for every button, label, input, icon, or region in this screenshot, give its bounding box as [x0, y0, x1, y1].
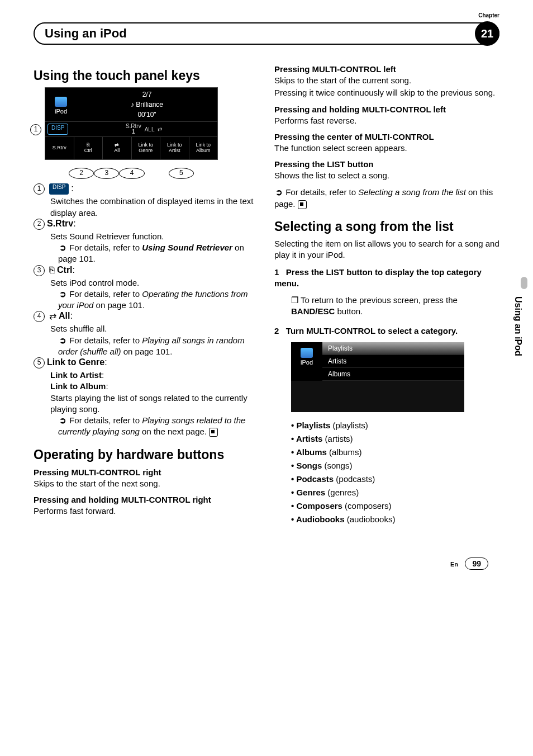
- arrow-icon: ➲: [274, 187, 283, 198]
- list-item-artists: Artists: [322, 355, 464, 368]
- list-item-albums: Albums: [322, 368, 464, 381]
- ipod-icon: [55, 97, 67, 107]
- cat-podcasts: Podcasts: [296, 474, 334, 484]
- ref-5: 5: [34, 357, 45, 368]
- heading-touch-panel: Using the touch panel keys: [34, 69, 259, 83]
- item2-text: Sets Sound Retriever function.: [34, 231, 259, 242]
- callout-2: 2: [69, 168, 94, 179]
- chapter-title: Using an iPod: [45, 26, 127, 41]
- btn-srtrv: S.Rtrv: [45, 137, 74, 159]
- hw-h2: Pressing and holding MULTI-CONTROL right: [34, 495, 259, 504]
- footer: En 99: [34, 557, 499, 570]
- note-icon: ♪: [131, 101, 136, 108]
- item3-text: Sets iPod control mode.: [34, 277, 259, 289]
- step1: 1 Press the LIST button to display the t…: [274, 267, 499, 290]
- ipod-icon: [301, 348, 313, 358]
- cat-albums: Albums: [296, 447, 327, 457]
- cat-audiobooks: Audiobooks: [296, 514, 345, 524]
- ipod-label-2: iPod: [301, 359, 313, 366]
- chapter-label: Chapter: [478, 12, 499, 18]
- btn-link-album: Link toAlbum: [189, 137, 218, 159]
- screenshot-touch-panel: 1 iPod 2/7 ♪ Brilliance 00'10" DISP S.Rt…: [45, 87, 218, 179]
- hw-h3: Pressing MULTI-CONTROL left: [274, 64, 499, 74]
- ref-2: 2: [34, 219, 45, 230]
- track-time: 00'10": [77, 110, 217, 120]
- heading-hardware: Operating by hardware buttons: [34, 448, 259, 462]
- side-tab: Using an iPod: [513, 296, 523, 356]
- ref-1: 1: [34, 183, 45, 195]
- note-icon: ❐: [291, 295, 301, 305]
- list-item-playlists: Playlists: [322, 342, 464, 355]
- hw-t3b: Pressing it twice continuously will skip…: [274, 87, 499, 98]
- end-icon: [209, 428, 218, 437]
- disp-button: DISP: [47, 124, 68, 135]
- ctrl-glyph-icon: ⎘: [49, 265, 55, 276]
- item5-h1: Link to Genre: [47, 357, 104, 367]
- left-column: Using the touch panel keys 1 iPod 2/7 ♪ …: [34, 59, 259, 530]
- shuffle-icon: ⇄: [158, 126, 162, 133]
- arrow-icon: ➲: [58, 415, 67, 426]
- cat-playlists: Playlists: [296, 420, 330, 430]
- hw-t1: Skips to the start of the next song.: [34, 478, 259, 489]
- hw-t3a: Skips to the start of the current song.: [274, 75, 499, 86]
- hw-t4: Performs fast reverse.: [274, 115, 499, 126]
- btn-ctrl: ⎘Ctrl: [74, 137, 103, 159]
- item5-text: Starts playing the list of songs related…: [34, 393, 259, 415]
- item4-head: All: [59, 311, 70, 320]
- hw-h5: Pressing the center of MULTI-CONTROL: [274, 132, 499, 141]
- callout-3: 3: [94, 168, 119, 179]
- arrow-icon: ➲: [58, 242, 67, 253]
- screenshot-list: iPod Playlists Artists Albums: [291, 342, 464, 412]
- hw-t6-link: Selecting a song from the list: [358, 187, 466, 197]
- hw-h4: Pressing and holding MULTI-CONTROL left: [274, 105, 499, 114]
- cat-genres: Genres: [296, 488, 325, 497]
- footer-lang: En: [450, 561, 458, 568]
- hw-h6: Pressing the LIST button: [274, 159, 499, 169]
- disp-badge: DISP: [49, 183, 69, 195]
- category-list: Playlists (playlists) Artists (artists) …: [274, 419, 499, 526]
- shuffle-glyph-icon: ⇄: [49, 311, 56, 322]
- item2-head: S.Rtrv: [47, 219, 73, 228]
- step2: 2 Turn MULTI-CONTROL to select a categor…: [274, 325, 499, 337]
- item5-h3: Link to Album: [50, 381, 106, 391]
- item1-text: Switches the combination of displayed it…: [34, 196, 259, 219]
- ref-4: 4: [34, 311, 45, 322]
- hw-t6: Shows the list to select a song.: [274, 170, 499, 181]
- btn-link-genre: Link toGenre: [131, 137, 160, 159]
- btn-link-artist: Link toArtist: [160, 137, 189, 159]
- footer-page: 99: [465, 557, 488, 570]
- all-small: ALL: [145, 126, 155, 133]
- arrow-icon: ➲: [58, 289, 67, 300]
- item5-h2: Link to Artist: [50, 370, 102, 380]
- heading-select: Selecting a song from the list: [274, 220, 499, 234]
- item3-head: Ctrl: [57, 265, 73, 275]
- item4-text: Sets shuffle all.: [34, 323, 259, 334]
- ipod-label: iPod: [55, 108, 67, 115]
- select-intro: Selecting the item on list allows you to…: [274, 238, 499, 261]
- right-column: Pressing MULTI-CONTROL left Skips to the…: [274, 59, 499, 530]
- track-counter: 2/7: [77, 89, 217, 100]
- callout-4: 4: [119, 168, 144, 179]
- hw-h1: Pressing MULTI-CONTROL right: [34, 467, 259, 477]
- item2-link: Using Sound Retriever: [142, 243, 232, 252]
- callout-1: 1: [30, 124, 41, 135]
- hw-t2: Performs fast forward.: [34, 505, 259, 517]
- end-icon: [298, 200, 307, 209]
- ref-3: 3: [34, 265, 45, 276]
- hw-t5: The function select screen appears.: [274, 143, 499, 154]
- chapter-number-badge: 21: [475, 21, 499, 46]
- srtrv-level: 1: [132, 129, 135, 135]
- arrow-icon: ➲: [58, 335, 67, 346]
- callout-5: 5: [169, 168, 194, 179]
- side-tab-accent: [521, 277, 527, 289]
- track-title: Brilliance: [136, 101, 163, 108]
- cat-composers: Composers: [296, 501, 342, 511]
- btn-all: ⇄All: [102, 137, 131, 159]
- cat-songs: Songs: [296, 461, 322, 470]
- chapter-header: Chapter Using an iPod 21: [34, 22, 499, 45]
- cat-artists: Artists: [296, 434, 323, 443]
- band-esc: BAND/ESC: [291, 306, 335, 316]
